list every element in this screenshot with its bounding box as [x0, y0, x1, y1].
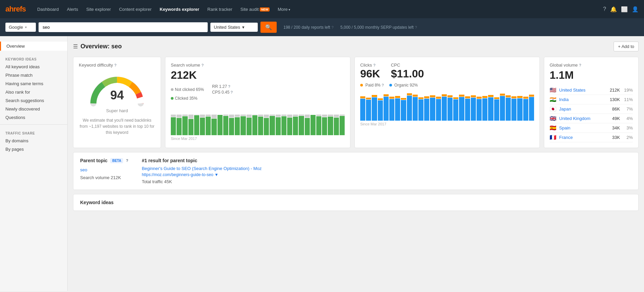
- logo[interactable]: ahrefs: [5, 5, 26, 14]
- sidebar-newly-discovered[interactable]: Newly discovered: [0, 105, 67, 113]
- screen-icon[interactable]: ⬜: [621, 6, 628, 13]
- pt-result-header: #1 result for parent topic: [142, 158, 631, 163]
- user-icon[interactable]: 👤: [632, 6, 639, 13]
- sidebar-also-rank-for[interactable]: Also rank for: [0, 88, 67, 96]
- volume-bar: [287, 105, 292, 135]
- volume-bar: [240, 105, 246, 135]
- sidebar-having-same-terms[interactable]: Having same terms: [0, 79, 67, 88]
- country-name[interactable]: United Kingdom: [559, 116, 610, 121]
- volume-bar: [182, 105, 187, 135]
- country-name[interactable]: India: [559, 97, 607, 102]
- clicks-bar: [500, 90, 505, 121]
- paid-dot: [360, 84, 363, 87]
- country-item: 🇪🇸 Spain 34K 3%: [550, 123, 633, 133]
- sidebar-questions[interactable]: Questions: [0, 113, 67, 122]
- cps-help[interactable]: ?: [231, 90, 233, 94]
- nav-alerts[interactable]: Alerts: [64, 4, 82, 15]
- pt-content: Parent topic BETA ? seo Search volume 21…: [80, 158, 631, 184]
- country-volume: 86K: [612, 106, 620, 112]
- add-to-button[interactable]: Add to: [614, 42, 639, 51]
- clicks-bar: [407, 90, 412, 121]
- page-title: Overview: seo: [80, 43, 122, 50]
- country-name[interactable]: France: [559, 135, 610, 140]
- traffic-share-section-title: TRAFFIC SHARE: [0, 127, 67, 137]
- pt-result-url[interactable]: https://moz.com/beginners-guide-to-seo ▼: [142, 172, 631, 177]
- country-name[interactable]: Japan: [559, 106, 610, 112]
- page-header: ☰ Overview: seo Add to: [73, 42, 639, 51]
- paid-help[interactable]: ?: [382, 83, 384, 87]
- sidebar-all-keyword-ideas[interactable]: All keyword ideas: [0, 63, 67, 71]
- svg-text:94: 94: [110, 88, 124, 102]
- not-clicked-dot: [171, 88, 174, 91]
- volume-bar: [206, 105, 211, 135]
- country-name[interactable]: United States: [559, 88, 607, 93]
- clicks-bar: [436, 90, 441, 121]
- keyword-ideas-section-title: KEYWORD IDEAS: [0, 53, 67, 63]
- search-button[interactable]: 🔍: [260, 22, 277, 33]
- sidebar-search-suggestions[interactable]: Search suggestions: [0, 96, 67, 105]
- country-item: 🇫🇷 France 33K 2%: [550, 133, 633, 142]
- clicks-bar: [506, 90, 511, 121]
- country-item: 🇮🇳 India 130K 11%: [550, 95, 633, 104]
- rr-help[interactable]: ?: [228, 84, 230, 89]
- country-percent: 3%: [623, 125, 633, 130]
- clicks-help[interactable]: ?: [373, 63, 375, 67]
- pt-result-title[interactable]: Beginner's Guide to SEO (Search Engine O…: [142, 166, 631, 171]
- pt-header: Parent topic BETA ?: [80, 158, 128, 163]
- sidebar-by-pages[interactable]: By pages: [0, 145, 67, 153]
- volume-bar: [305, 105, 310, 135]
- clicks-bar: [389, 90, 394, 121]
- country-select[interactable]: United States ▾: [210, 23, 258, 32]
- keyword-ideas-card: Keyword ideas: [73, 194, 639, 211]
- notifications-icon[interactable]: 🔔: [610, 6, 617, 13]
- clicks-bar: [482, 90, 487, 121]
- sidebar: Overview KEYWORD IDEAS All keyword ideas…: [0, 36, 68, 291]
- clicks-bar: [442, 90, 447, 121]
- nav-content-explorer[interactable]: Content explorer: [116, 4, 155, 15]
- nav-rank-tracker[interactable]: Rank tracker: [204, 4, 236, 15]
- keyword-input[interactable]: [39, 22, 208, 32]
- ki-header: Keyword ideas: [80, 200, 631, 205]
- volume-chart: [171, 105, 345, 135]
- sidebar-overview[interactable]: Overview: [0, 42, 67, 51]
- volume-meta2: Clicked 35%: [171, 96, 345, 101]
- country-volume: 49K: [612, 116, 620, 121]
- daily-reports-help[interactable]: ?: [331, 25, 334, 29]
- gauge-container: 94: [87, 73, 147, 107]
- clicks-bar: [494, 90, 499, 121]
- menu-icon[interactable]: ☰: [73, 43, 78, 50]
- nav-site-audit[interactable]: Site auditNEW: [237, 4, 273, 15]
- difficulty-help[interactable]: ?: [114, 63, 116, 67]
- monthly-updates-help[interactable]: ?: [415, 25, 417, 29]
- clicked-dot: [171, 97, 174, 100]
- nav-dashboard[interactable]: Dashboard: [34, 4, 62, 15]
- country-percent: 4%: [623, 116, 633, 121]
- nav-keywords-explorer[interactable]: Keywords explorer: [156, 4, 203, 15]
- country-percent: 11%: [623, 97, 633, 102]
- volume-since: Since Mar 2017: [171, 137, 345, 141]
- clicks-bar: [459, 90, 464, 121]
- country-flag: 🇮🇳: [550, 96, 556, 103]
- help-icon[interactable]: ?: [603, 6, 606, 12]
- sidebar-phrase-match[interactable]: Phrase match: [0, 71, 67, 79]
- paid-organic: Paid 8% ? Organic 92%: [360, 83, 534, 88]
- volume-help[interactable]: ?: [202, 63, 204, 67]
- country-name[interactable]: Spain: [559, 125, 610, 130]
- clicks-bar: [523, 90, 528, 121]
- volume-bar: [316, 105, 321, 135]
- volume-bar: [252, 105, 257, 135]
- organic-pct: Organic 92%: [389, 83, 418, 88]
- global-help[interactable]: ?: [579, 63, 581, 67]
- parent-topic-card: Parent topic BETA ? seo Search volume 21…: [73, 152, 639, 190]
- pt-link[interactable]: seo: [80, 167, 128, 172]
- clicks-bar: [430, 90, 435, 121]
- pt-help[interactable]: ?: [126, 159, 128, 163]
- engine-select[interactable]: Google ▾: [5, 23, 36, 32]
- clicks-bar: [418, 90, 423, 121]
- country-label: United States: [214, 25, 240, 30]
- nav-site-explorer[interactable]: Site explorer: [83, 4, 114, 15]
- cards-row: Keyword difficulty ?: [73, 57, 639, 148]
- nav-more[interactable]: More: [274, 4, 294, 15]
- volume-bar: [211, 105, 216, 135]
- sidebar-by-domains[interactable]: By domains: [0, 137, 67, 145]
